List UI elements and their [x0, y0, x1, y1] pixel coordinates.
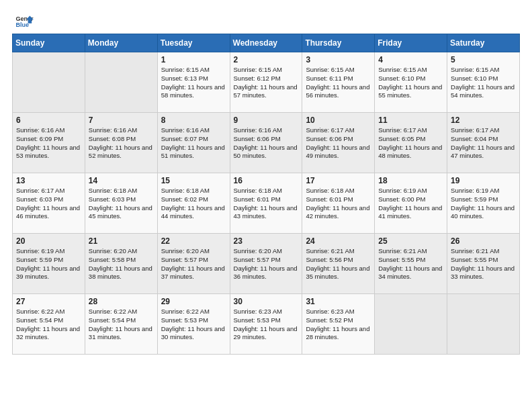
- calendar-cell: 14Sunrise: 6:18 AM Sunset: 6:03 PM Dayli…: [85, 173, 157, 234]
- calendar-cell: 19Sunrise: 6:19 AM Sunset: 5:59 PM Dayli…: [447, 173, 520, 234]
- calendar-cell: [447, 294, 520, 355]
- calendar-cell: 23Sunrise: 6:20 AM Sunset: 5:57 PM Dayli…: [230, 234, 302, 294]
- calendar-cell: 27Sunrise: 6:22 AM Sunset: 5:54 PM Dayli…: [13, 294, 85, 355]
- day-number: 27: [16, 297, 81, 306]
- calendar-cell: 30Sunrise: 6:23 AM Sunset: 5:53 PM Dayli…: [230, 294, 302, 355]
- calendar-cell: 3Sunrise: 6:15 AM Sunset: 6:11 PM Daylig…: [302, 52, 375, 113]
- cell-text: Sunrise: 6:16 AM Sunset: 6:08 PM Dayligh…: [89, 126, 154, 161]
- week-row-5: 27Sunrise: 6:22 AM Sunset: 5:54 PM Dayli…: [13, 294, 520, 355]
- day-number: 26: [451, 236, 516, 246]
- cell-text: Sunrise: 6:19 AM Sunset: 6:00 PM Dayligh…: [378, 187, 443, 221]
- calendar-cell: 8Sunrise: 6:16 AM Sunset: 6:07 PM Daylig…: [157, 113, 230, 173]
- day-number: 22: [161, 236, 226, 246]
- svg-text:Blue: Blue: [15, 21, 29, 28]
- cell-text: Sunrise: 6:18 AM Sunset: 6:01 PM Dayligh…: [306, 187, 371, 221]
- calendar-cell: 15Sunrise: 6:18 AM Sunset: 6:02 PM Dayli…: [157, 173, 230, 234]
- cell-text: Sunrise: 6:21 AM Sunset: 5:55 PM Dayligh…: [378, 247, 443, 281]
- calendar-cell: 11Sunrise: 6:17 AM Sunset: 6:05 PM Dayli…: [375, 113, 447, 173]
- calendar-cell: 18Sunrise: 6:19 AM Sunset: 6:00 PM Dayli…: [375, 173, 447, 234]
- day-number: 15: [161, 176, 226, 185]
- logo-icon: General Blue: [15, 12, 34, 31]
- day-number: 13: [16, 176, 81, 185]
- day-number: 30: [234, 297, 299, 306]
- day-number: 6: [16, 116, 81, 125]
- calendar-cell: 10Sunrise: 6:17 AM Sunset: 6:06 PM Dayli…: [302, 113, 375, 173]
- day-number: 18: [378, 176, 443, 185]
- cell-text: Sunrise: 6:17 AM Sunset: 6:06 PM Dayligh…: [306, 126, 371, 161]
- calendar-cell: 2Sunrise: 6:15 AM Sunset: 6:12 PM Daylig…: [230, 52, 302, 113]
- cell-text: Sunrise: 6:18 AM Sunset: 6:02 PM Dayligh…: [161, 187, 226, 221]
- week-row-3: 13Sunrise: 6:17 AM Sunset: 6:03 PM Dayli…: [13, 173, 520, 234]
- cell-text: Sunrise: 6:16 AM Sunset: 6:07 PM Dayligh…: [161, 126, 226, 161]
- cell-text: Sunrise: 6:17 AM Sunset: 6:05 PM Dayligh…: [378, 126, 443, 161]
- calendar-cell: [13, 52, 85, 113]
- calendar-cell: 7Sunrise: 6:16 AM Sunset: 6:08 PM Daylig…: [85, 113, 157, 173]
- cell-text: Sunrise: 6:17 AM Sunset: 6:04 PM Dayligh…: [451, 126, 516, 161]
- day-number: 12: [451, 116, 516, 125]
- cell-text: Sunrise: 6:20 AM Sunset: 5:57 PM Dayligh…: [234, 247, 299, 281]
- calendar-cell: 25Sunrise: 6:21 AM Sunset: 5:55 PM Dayli…: [375, 234, 447, 294]
- day-number: 23: [234, 236, 299, 246]
- calendar-cell: 26Sunrise: 6:21 AM Sunset: 5:55 PM Dayli…: [447, 234, 520, 294]
- day-number: 31: [306, 297, 371, 306]
- calendar-cell: 6Sunrise: 6:16 AM Sunset: 6:09 PM Daylig…: [13, 113, 85, 173]
- day-number: 9: [234, 116, 299, 125]
- day-number: 7: [89, 116, 154, 125]
- calendar-cell: [85, 52, 157, 113]
- day-number: 4: [378, 55, 443, 64]
- cell-text: Sunrise: 6:20 AM Sunset: 5:57 PM Dayligh…: [161, 247, 226, 281]
- cell-text: Sunrise: 6:15 AM Sunset: 6:10 PM Dayligh…: [378, 66, 443, 100]
- calendar-cell: 4Sunrise: 6:15 AM Sunset: 6:10 PM Daylig…: [375, 52, 447, 113]
- day-number: 1: [161, 55, 226, 64]
- cell-text: Sunrise: 6:15 AM Sunset: 6:12 PM Dayligh…: [234, 66, 299, 100]
- logo: General Blue: [15, 12, 34, 31]
- calendar-wrapper: SundayMondayTuesdayWednesdayThursdayFrid…: [7, 34, 525, 360]
- day-number: 21: [89, 236, 154, 246]
- day-number: 5: [451, 55, 516, 64]
- cell-text: Sunrise: 6:22 AM Sunset: 5:54 PM Dayligh…: [16, 308, 81, 342]
- calendar-cell: 22Sunrise: 6:20 AM Sunset: 5:57 PM Dayli…: [157, 234, 230, 294]
- day-number: 11: [378, 116, 443, 125]
- calendar-cell: 1Sunrise: 6:15 AM Sunset: 6:13 PM Daylig…: [157, 52, 230, 113]
- calendar-cell: 29Sunrise: 6:22 AM Sunset: 5:53 PM Dayli…: [157, 294, 230, 355]
- week-row-4: 20Sunrise: 6:19 AM Sunset: 5:59 PM Dayli…: [13, 234, 520, 294]
- header: General Blue: [7, 7, 525, 34]
- cell-text: Sunrise: 6:18 AM Sunset: 6:03 PM Dayligh…: [89, 187, 154, 221]
- days-header-row: SundayMondayTuesdayWednesdayThursdayFrid…: [13, 34, 520, 52]
- cell-text: Sunrise: 6:15 AM Sunset: 6:13 PM Dayligh…: [161, 66, 226, 100]
- cell-text: Sunrise: 6:18 AM Sunset: 6:01 PM Dayligh…: [234, 187, 299, 221]
- day-number: 25: [378, 236, 443, 246]
- cell-text: Sunrise: 6:22 AM Sunset: 5:54 PM Dayligh…: [89, 308, 154, 342]
- calendar-cell: 28Sunrise: 6:22 AM Sunset: 5:54 PM Dayli…: [85, 294, 157, 355]
- calendar-table: SundayMondayTuesdayWednesdayThursdayFrid…: [12, 34, 520, 355]
- cell-text: Sunrise: 6:23 AM Sunset: 5:53 PM Dayligh…: [234, 308, 299, 342]
- day-number: 8: [161, 116, 226, 125]
- cell-text: Sunrise: 6:21 AM Sunset: 5:55 PM Dayligh…: [451, 247, 516, 281]
- week-row-1: 1Sunrise: 6:15 AM Sunset: 6:13 PM Daylig…: [13, 52, 520, 113]
- cell-text: Sunrise: 6:21 AM Sunset: 5:56 PM Dayligh…: [306, 247, 371, 281]
- day-number: 24: [306, 236, 371, 246]
- calendar-cell: 20Sunrise: 6:19 AM Sunset: 5:59 PM Dayli…: [13, 234, 85, 294]
- calendar-cell: 17Sunrise: 6:18 AM Sunset: 6:01 PM Dayli…: [302, 173, 375, 234]
- calendar-cell: 13Sunrise: 6:17 AM Sunset: 6:03 PM Dayli…: [13, 173, 85, 234]
- cell-text: Sunrise: 6:20 AM Sunset: 5:58 PM Dayligh…: [89, 247, 154, 281]
- day-header-wednesday: Wednesday: [230, 34, 302, 52]
- calendar-cell: 5Sunrise: 6:15 AM Sunset: 6:10 PM Daylig…: [447, 52, 520, 113]
- calendar-cell: 24Sunrise: 6:21 AM Sunset: 5:56 PM Dayli…: [302, 234, 375, 294]
- day-number: 16: [234, 176, 299, 185]
- day-number: 2: [234, 55, 299, 64]
- day-header-monday: Monday: [85, 34, 157, 52]
- cell-text: Sunrise: 6:15 AM Sunset: 6:11 PM Dayligh…: [306, 66, 371, 100]
- day-number: 19: [451, 176, 516, 185]
- calendar-cell: 12Sunrise: 6:17 AM Sunset: 6:04 PM Dayli…: [447, 113, 520, 173]
- calendar-cell: 31Sunrise: 6:23 AM Sunset: 5:52 PM Dayli…: [302, 294, 375, 355]
- cell-text: Sunrise: 6:19 AM Sunset: 5:59 PM Dayligh…: [16, 247, 81, 281]
- week-row-2: 6Sunrise: 6:16 AM Sunset: 6:09 PM Daylig…: [13, 113, 520, 173]
- day-header-tuesday: Tuesday: [157, 34, 230, 52]
- cell-text: Sunrise: 6:23 AM Sunset: 5:52 PM Dayligh…: [306, 308, 371, 342]
- cell-text: Sunrise: 6:16 AM Sunset: 6:09 PM Dayligh…: [16, 126, 81, 161]
- calendar-cell: [375, 294, 447, 355]
- day-number: 10: [306, 116, 371, 125]
- day-number: 28: [89, 297, 154, 306]
- calendar-cell: 21Sunrise: 6:20 AM Sunset: 5:58 PM Dayli…: [85, 234, 157, 294]
